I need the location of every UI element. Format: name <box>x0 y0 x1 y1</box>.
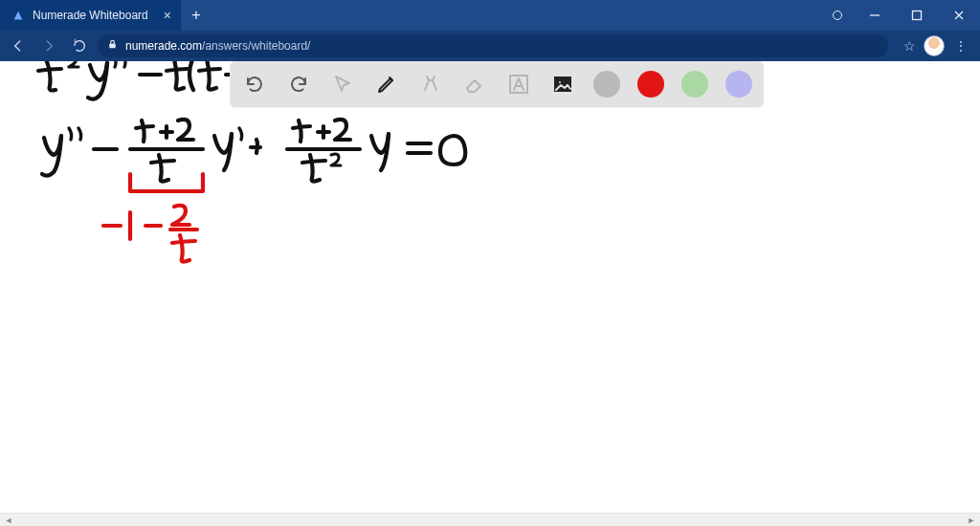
redo-button[interactable] <box>285 71 312 98</box>
eraser-tool-button[interactable] <box>461 71 488 98</box>
pointer-tool-button[interactable] <box>329 71 356 98</box>
nav-reload-button[interactable] <box>67 33 92 58</box>
color-green-swatch[interactable] <box>681 71 708 98</box>
scroll-track[interactable] <box>15 515 965 526</box>
profile-avatar[interactable] <box>924 35 945 56</box>
svg-point-7 <box>558 80 562 84</box>
color-gray-swatch[interactable] <box>593 71 620 98</box>
browser-toolbar: numerade.com/answers/whiteboard/ ☆ ⋮ <box>0 31 980 61</box>
new-tab-button[interactable]: + <box>182 0 211 31</box>
image-tool-button[interactable] <box>549 71 576 98</box>
pen-tool-button[interactable] <box>373 71 400 98</box>
color-red-swatch[interactable] <box>637 71 664 98</box>
settings-tool-button[interactable] <box>417 71 444 98</box>
horizontal-scrollbar[interactable]: ◄ ► <box>0 513 980 526</box>
tab-favicon <box>11 9 25 22</box>
tab-title: Numerade Whiteboard <box>33 9 156 22</box>
whiteboard-toolbar <box>230 61 764 107</box>
window-close-button[interactable] <box>938 0 980 31</box>
scroll-right-arrow-icon[interactable]: ► <box>965 515 978 526</box>
window-minimize-button[interactable] <box>854 0 896 31</box>
window-maximize-button[interactable] <box>896 0 938 31</box>
window-titlebar: Numerade Whiteboard × + <box>0 0 980 31</box>
address-bar[interactable]: numerade.com/answers/whiteboard/ <box>98 34 888 57</box>
handwriting-layer <box>0 61 980 513</box>
bookmark-star-icon[interactable]: ☆ <box>900 38 920 54</box>
lock-icon <box>107 39 118 53</box>
scroll-left-arrow-icon[interactable]: ◄ <box>2 515 15 526</box>
browser-menu-button[interactable]: ⋮ <box>948 38 974 54</box>
color-purple-swatch[interactable] <box>725 71 752 98</box>
text-tool-button[interactable] <box>505 71 532 98</box>
nav-back-button[interactable] <box>6 33 31 58</box>
tab-close-icon[interactable]: × <box>164 9 171 22</box>
whiteboard-canvas[interactable] <box>0 61 980 513</box>
svg-rect-1 <box>913 11 922 20</box>
url-text: numerade.com/answers/whiteboard/ <box>125 39 310 53</box>
svg-rect-4 <box>109 44 115 49</box>
browser-tab-active[interactable]: Numerade Whiteboard × <box>0 0 182 31</box>
profile-indicator-icon[interactable] <box>821 0 854 31</box>
undo-button[interactable] <box>241 71 268 98</box>
nav-forward-button[interactable] <box>36 33 61 58</box>
